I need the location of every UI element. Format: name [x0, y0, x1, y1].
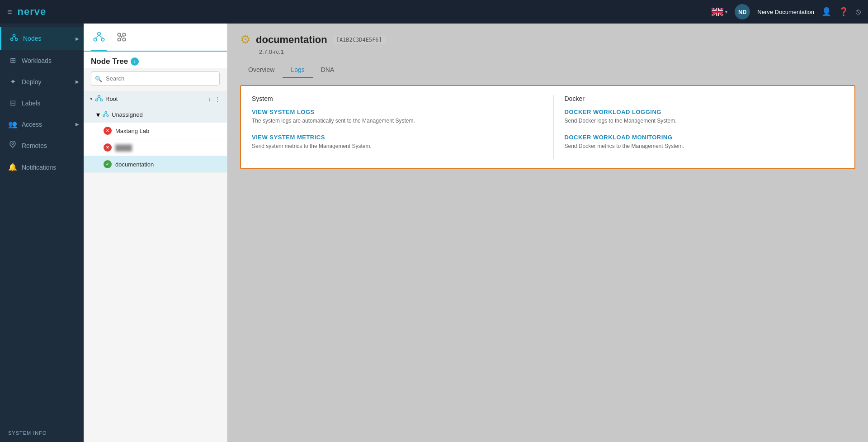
info-icon: i — [131, 57, 139, 66]
nodes-arrow: ▶ — [75, 36, 79, 41]
docker-workload-logging-desc: Send Docker logs to the Management Syste… — [565, 117, 844, 125]
docker-workload-logging-link[interactable]: DOCKER WORKLOAD LOGGING — [565, 109, 844, 115]
logo: nerve — [18, 6, 47, 18]
logs-system-section: System VIEW SYSTEM LOGS The system logs … — [252, 95, 542, 159]
docker-workload-monitoring-desc: Send Docker metrics to the Management Sy… — [565, 143, 844, 150]
svg-line-34 — [104, 114, 106, 115]
status-dot-green-documentation — [104, 160, 112, 168]
status-dot-red-maxtang — [104, 127, 112, 135]
tab-node-list[interactable] — [113, 27, 130, 50]
tab-logs[interactable]: Logs — [283, 62, 312, 78]
logout-icon[interactable]: ⎋ — [856, 7, 861, 17]
flag-icon — [712, 8, 723, 16]
tree-node-documentation-label: documentation — [115, 161, 154, 168]
tree-node-maxtang[interactable]: Maxtang Lab — [84, 123, 227, 139]
logs-card: System VIEW SYSTEM LOGS The system logs … — [240, 85, 855, 169]
svg-line-18 — [95, 35, 99, 38]
node-version: 2.7.0-rc.1 — [259, 48, 855, 55]
profile-icon[interactable]: 👤 — [821, 7, 831, 17]
node-tree-title: Node Tree i — [91, 57, 220, 66]
search-icon: 🔍 — [95, 75, 102, 82]
sidebar-item-notifications[interactable]: 🔔 Notifications — [0, 157, 84, 178]
search-input[interactable] — [91, 71, 220, 86]
sidebar-item-remotes[interactable]: Remotes — [0, 135, 84, 157]
sidebar-labels-label: Labels — [22, 100, 40, 107]
detail-panel: ⚙ documentation [A1B2C3D4E5F6] 2.7.0-rc.… — [227, 24, 868, 442]
group-node-icon — [103, 111, 109, 119]
help-icon[interactable]: ❓ — [839, 7, 849, 17]
tree-group-unassigned[interactable]: ▾ Unassigned — [84, 107, 227, 123]
sidebar: Nodes ▶ ⊞ Workloads ✦ Deploy ▶ ⊟ Labels … — [0, 24, 84, 442]
sort-icon[interactable]: ↓ — [208, 95, 212, 102]
svg-line-29 — [97, 98, 99, 99]
sidebar-notifications-label: Notifications — [22, 164, 56, 171]
tree-node-blurred[interactable]: ████ — [84, 139, 227, 156]
tab-dna[interactable]: DNA — [313, 62, 343, 78]
tab-node-tree[interactable] — [91, 27, 107, 51]
svg-point-10 — [11, 38, 13, 41]
user-name: Nerve Documentation — [757, 9, 814, 15]
labels-icon: ⊟ — [8, 99, 17, 107]
svg-point-32 — [103, 115, 105, 117]
view-system-metrics-link[interactable]: VIEW SYSTEM METRICS — [252, 134, 542, 141]
log-item-system-metrics: VIEW SYSTEM METRICS Send system metrics … — [252, 134, 542, 150]
svg-line-19 — [99, 35, 103, 38]
logs-docker-section: Docker DOCKER WORKLOAD LOGGING Send Dock… — [553, 95, 844, 159]
tree-node-documentation[interactable]: documentation — [84, 156, 227, 173]
tree-node-maxtang-label: Maxtang Lab — [115, 128, 149, 134]
deploy-arrow: ▶ — [75, 79, 79, 84]
tab-overview[interactable]: Overview — [240, 62, 283, 78]
svg-point-26 — [98, 95, 100, 98]
group-collapse-icon: ▾ — [96, 110, 100, 119]
sidebar-item-labels[interactable]: ⊟ Labels — [0, 92, 84, 114]
tree-root-label: Root — [105, 95, 206, 102]
log-item-docker-logging: DOCKER WORKLOAD LOGGING Send Docker logs… — [565, 109, 844, 125]
root-collapse-icon: ▾ — [90, 96, 93, 102]
more-icon[interactable]: ⋮ — [215, 95, 221, 102]
language-selector[interactable]: ▾ — [712, 8, 727, 16]
svg-point-27 — [96, 99, 98, 101]
svg-line-12 — [12, 37, 14, 38]
sidebar-item-deploy[interactable]: ✦ Deploy ▶ — [0, 71, 84, 92]
notifications-icon: 🔔 — [8, 163, 17, 171]
svg-line-30 — [99, 98, 101, 99]
tree-node-blurred-label: ████ — [115, 144, 132, 151]
node-header: ⚙ documentation [A1B2C3D4E5F6] — [240, 33, 855, 47]
node-panel: Node Tree i 🔍 ▾ — [84, 24, 227, 442]
svg-point-25 — [123, 38, 125, 41]
node-tree: ▾ Root ↓ ⋮ — [84, 89, 227, 442]
sidebar-remotes-label: Remotes — [22, 142, 47, 149]
sidebar-nodes-label: Nodes — [23, 35, 41, 42]
detail-tabs: Overview Logs DNA — [240, 62, 855, 78]
svg-point-33 — [107, 115, 108, 117]
sidebar-item-nodes[interactable]: Nodes ▶ — [0, 27, 84, 50]
system-section-title: System — [252, 95, 542, 102]
sidebar-deploy-label: Deploy — [22, 78, 42, 86]
hamburger-icon[interactable]: ≡ — [7, 7, 12, 17]
status-dot-red-blurred — [104, 143, 112, 152]
tree-root-row[interactable]: ▾ Root ↓ ⋮ — [84, 91, 227, 107]
deploy-icon: ✦ — [8, 77, 17, 86]
docker-section-title: Docker — [565, 95, 844, 102]
svg-point-16 — [94, 38, 97, 41]
avatar: ND — [735, 4, 750, 19]
docker-workload-monitoring-link[interactable]: DOCKER WORKLOAD MONITORING — [565, 134, 844, 141]
sidebar-workloads-label: Workloads — [22, 57, 52, 64]
svg-point-17 — [101, 38, 104, 41]
view-system-logs-link[interactable]: VIEW SYSTEM LOGS — [252, 109, 542, 115]
svg-line-13 — [14, 37, 16, 38]
svg-rect-8 — [712, 11, 723, 13]
remotes-icon — [8, 141, 17, 150]
svg-point-28 — [100, 99, 103, 101]
sidebar-item-access[interactable]: 👥 Access ▶ — [0, 114, 84, 135]
system-info: SYSTEM INFO — [0, 424, 84, 442]
log-item-docker-monitoring: DOCKER WORKLOAD MONITORING Send Docker m… — [565, 134, 844, 150]
topnav: ≡ nerve ▾ ND N — [0, 0, 868, 24]
log-item-system-logs: VIEW SYSTEM LOGS The system logs are aut… — [252, 109, 542, 125]
sidebar-item-workloads[interactable]: ⊞ Workloads — [0, 50, 84, 71]
flag-dropdown-arrow: ▾ — [725, 10, 727, 14]
access-icon: 👥 — [8, 120, 17, 128]
svg-point-21 — [123, 33, 125, 36]
svg-point-24 — [118, 38, 120, 41]
node-panel-header: Node Tree i — [84, 52, 227, 68]
